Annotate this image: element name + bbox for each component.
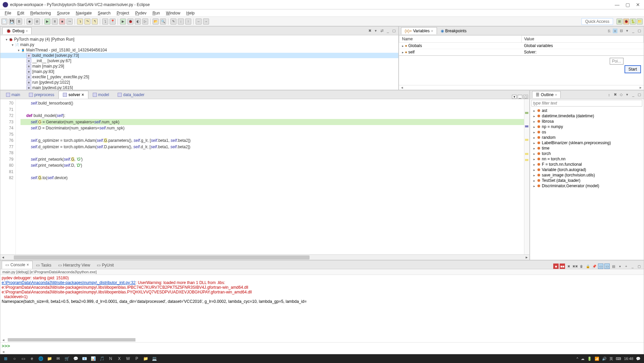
debug-stack-tree[interactable]: ▾🐞PyTorch main.py (4) [Python Run]▾📄main… bbox=[0, 35, 398, 90]
taskbar-app[interactable]: N bbox=[106, 355, 115, 362]
minimize-button[interactable]: — bbox=[615, 2, 619, 7]
stack-frame[interactable]: ≡ [main.py:83] bbox=[0, 69, 398, 74]
stack-frame[interactable]: ≡__init__ [solver.py:67] bbox=[0, 58, 398, 64]
stack-frame[interactable]: ≡run [pydevd.py:1022] bbox=[0, 80, 398, 85]
console-output[interactable]: pydev debugger: starting (pid: 15180)e:\… bbox=[0, 275, 644, 337]
minimize-view-button[interactable]: _ bbox=[631, 92, 636, 97]
maximize-view-button[interactable]: ▢ bbox=[636, 264, 642, 269]
outline-item[interactable]: ▸nn = torch.nn bbox=[530, 156, 644, 162]
maximize-view-button[interactable]: ▢ bbox=[637, 29, 642, 33]
tray-ime-icon[interactable]: 英 bbox=[609, 356, 613, 361]
outline-item[interactable]: ▸np = numpy bbox=[530, 124, 644, 129]
next-annotation-button[interactable]: ↓ bbox=[178, 18, 184, 25]
stack-frame[interactable]: ≡execfile [_pydev_execfile.py:25] bbox=[0, 74, 398, 80]
taskbar-app[interactable]: ⊞ bbox=[1, 355, 10, 362]
clear-console-button[interactable]: 🗑 bbox=[579, 264, 584, 269]
outline-item[interactable]: ▸save_image (torchvision.utils) bbox=[530, 172, 644, 178]
stack-frame[interactable]: ≡main [main.py:29] bbox=[0, 64, 398, 69]
taskbar-app[interactable]: W bbox=[124, 355, 132, 362]
maximize-view-button[interactable]: ▢ bbox=[392, 29, 396, 33]
variables-scrollbar[interactable]: ◄ ► bbox=[399, 85, 644, 90]
terminate-button[interactable]: ■ bbox=[59, 18, 65, 25]
open-console-button[interactable]: ▾ bbox=[617, 264, 622, 269]
scroll-left-icon[interactable]: ◄ bbox=[0, 350, 6, 354]
column-name[interactable]: Name bbox=[399, 36, 522, 43]
outline-item[interactable]: ▸TestSet (data_loader) bbox=[530, 178, 644, 183]
collapse-all-button[interactable]: ⊟ bbox=[619, 29, 623, 33]
tray-lang-icon[interactable]: ⌨ bbox=[616, 357, 621, 361]
variable-row[interactable]: ▸●GlobalsGlobal variables bbox=[399, 43, 644, 49]
close-button[interactable]: ✕ bbox=[636, 2, 640, 7]
show-logical-button[interactable]: ≡ bbox=[613, 29, 617, 33]
tray-volume-icon[interactable]: 🔊 bbox=[602, 357, 607, 361]
step-return-button[interactable]: ↰ bbox=[92, 18, 98, 25]
horizontal-scrollbar[interactable]: ◄ ► bbox=[0, 254, 529, 260]
hide-fields-button[interactable]: ✖ bbox=[613, 92, 617, 97]
stack-frame[interactable]: ▾📄main.py bbox=[0, 42, 398, 47]
console-tab-hierarchy-view[interactable]: ▭Hierarchy View bbox=[55, 261, 93, 269]
debug-tab[interactable]: 🐞 Debug × bbox=[2, 27, 32, 34]
taskbar-app[interactable]: 🌐 bbox=[36, 355, 45, 362]
view-menu-button[interactable]: ▾ bbox=[625, 92, 630, 97]
debug-perspective-button[interactable]: 🐞 bbox=[623, 18, 629, 25]
minimize-view-button[interactable]: _ bbox=[386, 29, 390, 33]
console-tab-pyunit[interactable]: ▭PyUnit bbox=[93, 261, 117, 269]
run-last-button[interactable]: ▷ bbox=[142, 18, 148, 25]
editor-tab-model[interactable]: model bbox=[88, 91, 114, 99]
editor-tab-preprocess[interactable]: preprocess bbox=[25, 91, 58, 99]
minimize-editor-button[interactable]: _ bbox=[518, 95, 522, 99]
close-icon[interactable]: × bbox=[26, 29, 28, 33]
outline-tab[interactable]: ☰ Outline × bbox=[532, 91, 561, 98]
resume-button[interactable]: ▶ bbox=[44, 18, 50, 25]
column-value[interactable]: Value bbox=[521, 36, 644, 43]
coverage-button[interactable]: ◐ bbox=[135, 18, 141, 25]
close-icon[interactable]: × bbox=[431, 29, 433, 33]
new-module-button[interactable]: ◆ bbox=[27, 18, 33, 25]
variable-row[interactable]: ▸●selfSolver: bbox=[399, 49, 644, 55]
tray-network-icon[interactable]: 📶 bbox=[595, 357, 599, 361]
menu-search[interactable]: Search bbox=[95, 10, 113, 16]
step-over-button[interactable]: ↷ bbox=[84, 18, 90, 25]
open-perspective-button[interactable]: ⊞ bbox=[616, 18, 622, 25]
scroll-lock-button[interactable]: 🔒 bbox=[585, 264, 591, 269]
outline-filter-input[interactable] bbox=[531, 100, 642, 107]
outline-item[interactable]: ▸datetime,timedelta (datetime) bbox=[530, 113, 644, 119]
tray-battery-icon[interactable]: 🔋 bbox=[587, 357, 592, 361]
console-scrollbar[interactable]: ◄ bbox=[0, 337, 644, 342]
menu-pydev[interactable]: Pydev bbox=[132, 10, 149, 16]
taskbar-app[interactable]: ○ bbox=[10, 355, 19, 362]
scroll-right-icon[interactable]: ► bbox=[524, 255, 529, 260]
taskbar-app[interactable]: X bbox=[115, 355, 124, 362]
link-editor-button[interactable]: ⇄ bbox=[379, 29, 384, 33]
hide-static-button[interactable]: ◇ bbox=[619, 92, 623, 97]
taskbar-app[interactable]: e bbox=[28, 355, 36, 362]
back-button[interactable]: ← bbox=[196, 18, 202, 25]
outline-list[interactable]: ▸ast▸datetime,timedelta (datetime)▸libro… bbox=[530, 107, 644, 260]
search-button[interactable]: 🔍 bbox=[160, 18, 166, 25]
menu-file[interactable]: File bbox=[2, 10, 14, 16]
console-tab-console[interactable]: ▭Console × bbox=[2, 261, 33, 269]
taskbar-app[interactable]: ✉ bbox=[54, 355, 63, 362]
maximize-view-button[interactable]: ▢ bbox=[637, 92, 642, 97]
start-button[interactable]: Start bbox=[625, 65, 641, 73]
view-menu-button[interactable]: ▾ bbox=[625, 29, 630, 33]
menu-run[interactable]: Run bbox=[150, 10, 163, 16]
outline-item[interactable]: ▸librosa bbox=[530, 119, 644, 124]
scroll-thumb[interactable] bbox=[8, 338, 135, 341]
outline-item[interactable]: ▸os bbox=[530, 129, 644, 135]
outline-item[interactable]: ▸Variable (torch.autograd) bbox=[530, 167, 644, 172]
display-console-button[interactable]: ▤ bbox=[611, 264, 616, 269]
outline-item[interactable]: ▸time bbox=[530, 146, 644, 151]
prev-annotation-button[interactable]: ↑ bbox=[185, 18, 191, 25]
taskbar-app[interactable]: 📁 bbox=[141, 355, 150, 362]
resource-perspective-button[interactable]: 📁 bbox=[637, 18, 643, 25]
pin-console-button[interactable]: 📌 bbox=[592, 264, 597, 269]
disconnect-button[interactable]: ⤳ bbox=[67, 18, 73, 25]
set-next-button[interactable]: 📍 bbox=[110, 18, 116, 25]
taskbar-app[interactable]: 🛒 bbox=[63, 355, 71, 362]
close-icon[interactable]: × bbox=[82, 92, 84, 97]
skip-breakpoints-button[interactable]: ⊘ bbox=[34, 18, 40, 25]
variables-table[interactable]: Name Value ▸●GlobalsGlobal variables▸●se… bbox=[399, 35, 644, 55]
suspend-button[interactable]: ⏸ bbox=[52, 18, 58, 25]
show-list-button[interactable]: ▾ bbox=[512, 95, 517, 99]
